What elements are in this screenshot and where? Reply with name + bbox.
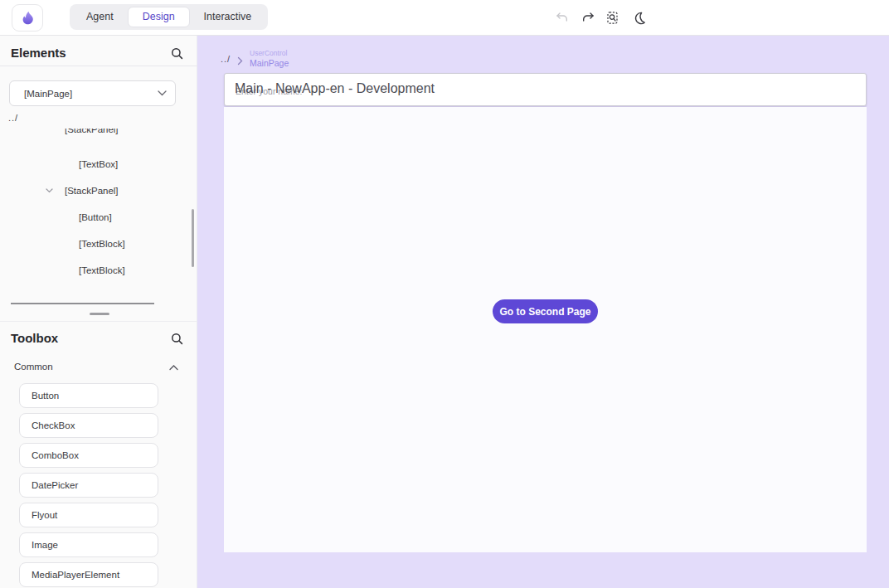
tab-agent[interactable]: Agent [72,7,128,27]
tree-root-label: ../ [8,113,18,123]
toolbox-item-datepicker[interactable]: DatePicker [19,473,158,498]
tree-item-button[interactable]: [Button] [79,210,112,225]
breadcrumb-page-label: MainPage [250,58,289,68]
toolbox-item-flyout[interactable]: Flyout [19,503,158,527]
elements-search-icon[interactable] [171,47,183,60]
go-to-second-page-button[interactable]: Go to Second Page [493,299,598,323]
elements-header-divider [0,66,197,66]
page-selector-dropdown[interactable]: [MainPage] [9,80,176,106]
toolbox-section-common[interactable]: Common [14,362,53,372]
design-canvas[interactable]: ../ UserControl MainPage Enter your name… [197,36,889,588]
tab-interactive[interactable]: Interactive [190,7,266,27]
tree-item-textblock-1[interactable]: [TextBlock] [79,236,125,251]
theme-moon-icon[interactable] [631,10,647,26]
toolbox-item-button[interactable]: Button [19,383,158,408]
panel-splitter-handle[interactable] [90,313,109,315]
chevron-down-icon[interactable] [46,188,53,193]
inspect-element-icon[interactable] [605,10,620,26]
sidebar: Elements [MainPage] ../ [StackPanel] [Te… [0,36,197,588]
toolbox-search-icon[interactable] [171,333,183,345]
chevron-right-icon [237,56,243,66]
app-titlebar[interactable]: Enter your name: Main - NewApp-en - Deve… [224,73,867,106]
tree-item-textblock-2[interactable]: [TextBlock] [79,263,125,278]
tab-design[interactable]: Design [128,7,190,27]
chevron-down-icon [158,90,167,96]
toolbox-item-combobox[interactable]: ComboBox [19,443,158,468]
tree-item-stackpanel-clipped[interactable]: [StackPanel] [65,129,119,137]
toolbox-panel-title: Toolbox [11,331,58,345]
flame-logo-icon [18,9,36,27]
window-title: Main - NewApp-en - Development [235,81,435,96]
panel-divider [0,321,197,322]
breadcrumb-root[interactable]: ../ [221,54,231,64]
app-logo-button[interactable] [12,4,43,32]
toolbox-item-checkbox[interactable]: CheckBox [19,413,158,438]
elements-tree: [StackPanel] [TextBox] [StackPanel] [But… [0,129,189,294]
tree-item-stackpanel[interactable]: [StackPanel] [65,183,119,198]
redo-icon[interactable] [581,10,596,26]
tree-item-textbox[interactable]: [TextBox] [79,157,118,172]
topbar: Agent Design Interactive [0,0,889,36]
undo-icon[interactable] [554,10,570,26]
app-content-frame[interactable]: Go to Second Page [224,107,867,552]
tree-vertical-scrollbar[interactable] [192,209,194,267]
chevron-up-icon[interactable] [169,365,178,371]
page-selector-value: [MainPage] [24,89,158,99]
app-window: Agent Design Interactive [0,0,889,588]
mode-tab-group: Agent Design Interactive [70,4,268,30]
tree-horizontal-scrollbar[interactable] [11,303,154,304]
toolbox-item-image[interactable]: Image [19,532,158,557]
breadcrumb-type-label: UserControl [250,50,289,58]
elements-panel-title: Elements [11,46,66,60]
toolbox-item-mediaplayerelement[interactable]: MediaPlayerElement [19,562,158,587]
breadcrumb-current[interactable]: UserControl MainPage [250,50,289,68]
